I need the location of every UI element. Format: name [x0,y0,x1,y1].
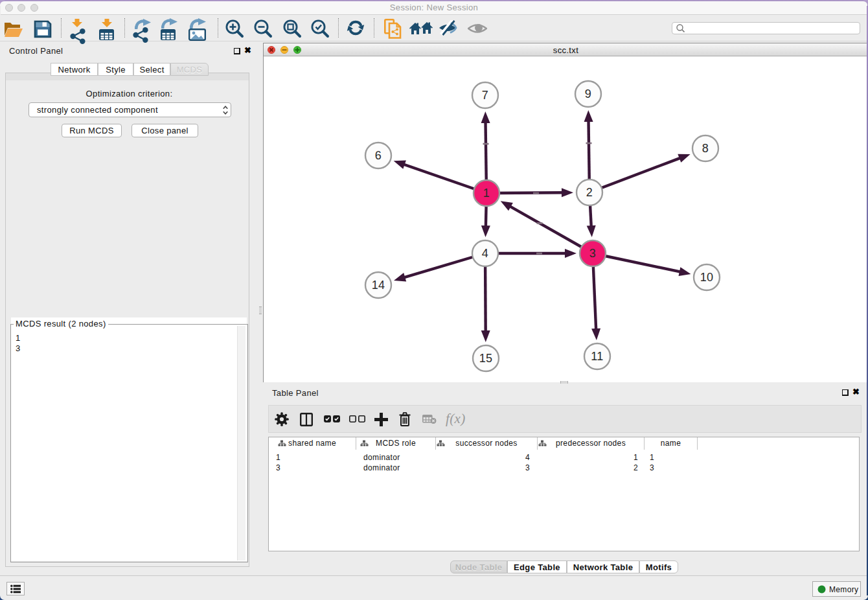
svg-text:1: 1 [483,187,490,200]
svg-text:10: 10 [700,271,714,284]
svg-text:14: 14 [372,279,385,292]
svg-text:3: 3 [589,247,596,260]
svg-text:2: 2 [586,186,593,199]
svg-text:4: 4 [482,247,488,260]
svg-text:8: 8 [702,142,709,155]
svg-text:15: 15 [479,352,493,365]
svg-text:9: 9 [585,87,591,100]
svg-text:6: 6 [375,149,382,162]
svg-text:11: 11 [591,350,603,363]
svg-text:7: 7 [482,89,488,102]
